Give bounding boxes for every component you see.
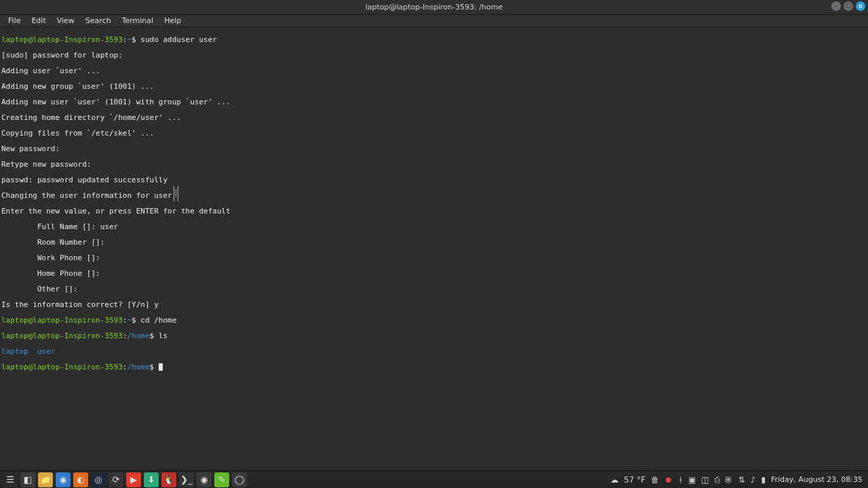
- weather-temp[interactable]: 57 °F: [624, 475, 646, 485]
- command-text: cd /home: [140, 316, 176, 325]
- terminal-line: passwd: password updated successfully: [1, 176, 867, 184]
- terminal-line: laptop@laptop-Inspiron-3593:/home$: [1, 363, 867, 371]
- mint-menu-icon[interactable]: ◯: [232, 472, 247, 487]
- command-text: ls: [159, 331, 167, 340]
- menu-bar: File Edit View Search Terminal Help: [0, 15, 868, 27]
- terminal-line: New password:: [1, 145, 867, 153]
- shield-icon[interactable]: ⛨: [725, 475, 733, 485]
- terminal-line: Copying files from `/etc/skel' ...: [1, 129, 867, 138]
- chrome-icon[interactable]: ◉: [56, 472, 71, 487]
- indicator-icon[interactable]: ▣: [688, 475, 696, 485]
- steam-icon[interactable]: ◎: [91, 472, 106, 487]
- minimize-button[interactable]: –: [831, 1, 841, 11]
- trash-icon[interactable]: 🗑: [651, 475, 659, 485]
- terminal-line: Adding user `user' ...: [1, 67, 867, 75]
- files-icon[interactable]: 📁: [38, 472, 53, 487]
- tux-icon[interactable]: 🐧: [161, 472, 176, 487]
- terminal-line: [sudo] password for laptop:: [1, 52, 867, 60]
- indicator2-icon[interactable]: ◫: [701, 475, 709, 485]
- taskbar: ☰◧📁◉◐◎⟳▶⬇🐧❯_◉✎◯ ☁ 57 °F 🗑 ⏺ ᚼ ▣ ◫ ⎙ ⛨ ⇅ …: [0, 470, 868, 488]
- maximize-button[interactable]: ☐: [844, 1, 853, 11]
- terminal-line: Full Name []: user: [1, 223, 867, 231]
- menu-edit[interactable]: Edit: [26, 16, 51, 25]
- system-tray: ☁ 57 °F 🗑 ⏺ ᚼ ▣ ◫ ⎙ ⛨ ⇅ ♪ ▮ Friday, Augu…: [610, 475, 868, 485]
- terminal-line: Enter the new value, or press ENTER for …: [1, 207, 867, 216]
- terminal-body[interactable]: laptop@laptop-Inspiron-3593:~$ sudo addu…: [0, 27, 868, 470]
- clock[interactable]: Friday, August 23, 08:35: [771, 475, 863, 484]
- sound-icon[interactable]: ♪: [751, 475, 756, 485]
- record-icon[interactable]: ⏺: [665, 475, 673, 485]
- window-titlebar: laptop@laptop-Inspiron-3593: /home – ☐ ×: [0, 0, 868, 15]
- prompt-path: /home: [127, 331, 149, 340]
- window-title: laptop@laptop-Inspiron-3593: /home: [366, 3, 503, 12]
- terminal-line: laptop user: [1, 348, 867, 356]
- command-text: sudo adduser user: [140, 35, 217, 44]
- prompt-path: /home: [127, 363, 149, 371]
- bluetooth-icon[interactable]: ᚼ: [678, 475, 683, 485]
- terminal-line: Room Number []:: [1, 239, 867, 247]
- terminal-line: laptop@laptop-Inspiron-3593:~$ sudo addu…: [1, 36, 867, 44]
- printer-icon[interactable]: ⎙: [715, 475, 719, 485]
- software-icon[interactable]: ⬇: [144, 472, 159, 487]
- close-button[interactable]: ×: [856, 1, 865, 11]
- terminal-line: laptop@laptop-Inspiron-3593:/home$ ls: [1, 332, 867, 340]
- terminal-line: Other []:: [1, 285, 867, 293]
- window-controls: – ☐ ×: [831, 1, 865, 11]
- text-cursor-icon: [159, 363, 163, 371]
- terminal-line: Home Phone []:: [1, 270, 867, 278]
- terminal-line: Retype new password:: [1, 161, 867, 169]
- menu-terminal[interactable]: Terminal: [117, 16, 159, 25]
- ls-dir: laptop: [1, 347, 28, 356]
- media-icon[interactable]: ▶: [126, 472, 141, 487]
- prompt-userhost: laptop@laptop-Inspiron-3593: [1, 363, 123, 371]
- menu-file[interactable]: File: [3, 16, 26, 25]
- weather-icon[interactable]: ☁: [610, 475, 618, 485]
- menu-help[interactable]: Help: [159, 16, 186, 25]
- terminal-icon[interactable]: ❯_: [179, 472, 194, 487]
- menu-icon[interactable]: ☰: [3, 472, 18, 487]
- battery-icon[interactable]: ▮: [761, 475, 766, 485]
- prompt-userhost: laptop@laptop-Inspiron-3593: [1, 331, 123, 340]
- prompt-userhost: laptop@laptop-Inspiron-3593: [1, 316, 123, 325]
- terminal-line: Changing the user information for user: [1, 192, 867, 200]
- show-desktop-icon[interactable]: ◧: [20, 472, 35, 487]
- network-icon[interactable]: ⇅: [738, 475, 745, 485]
- terminal-line: Work Phone []:: [1, 254, 867, 262]
- menu-view[interactable]: View: [52, 16, 80, 25]
- prompt-userhost: laptop@laptop-Inspiron-3593: [1, 35, 123, 44]
- taskbar-launchers: ☰◧📁◉◐◎⟳▶⬇🐧❯_◉✎◯: [0, 472, 247, 487]
- firefox-icon[interactable]: ◐: [73, 472, 88, 487]
- pulse-icon[interactable]: ⟳: [108, 472, 123, 487]
- ls-dir: user: [37, 347, 56, 356]
- terminal-line: Creating home directory `/home/user' ...: [1, 114, 867, 122]
- terminal-line: Is the information correct? [Y/n] y: [1, 301, 867, 309]
- terminal-line: Adding new group `user' (1001) ...: [1, 83, 867, 91]
- terminal-line: laptop@laptop-Inspiron-3593:~$ cd /home: [1, 317, 867, 325]
- green-app-icon[interactable]: ✎: [214, 472, 229, 487]
- menu-search[interactable]: Search: [80, 16, 117, 25]
- obs-icon[interactable]: ◉: [197, 472, 212, 487]
- terminal-line: Adding new user `user' (1001) with group…: [1, 98, 867, 106]
